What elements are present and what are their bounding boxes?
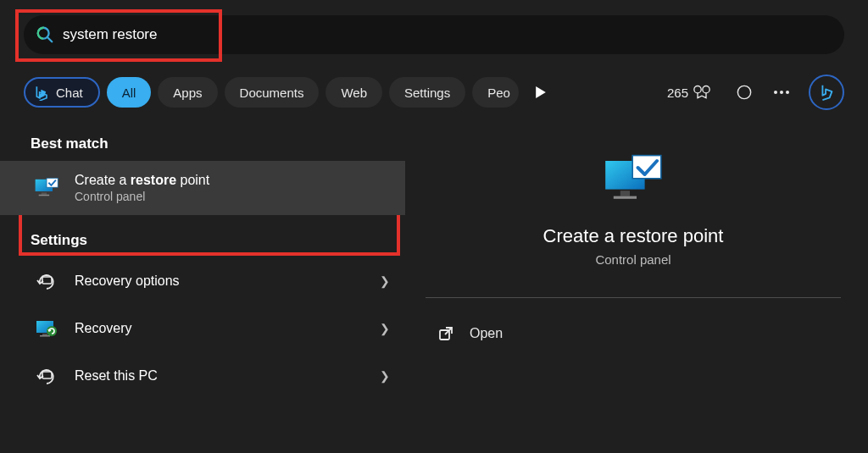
monitor-icon — [32, 174, 61, 202]
best-match-title: Create a restore point — [75, 173, 390, 188]
svg-rect-15 — [42, 277, 52, 284]
open-icon — [437, 325, 454, 342]
svg-point-7 — [774, 91, 777, 94]
tab-settings-label: Settings — [404, 86, 450, 100]
svg-rect-13 — [39, 195, 49, 196]
tab-web[interactable]: Web — [326, 77, 382, 108]
svg-rect-21 — [42, 372, 52, 378]
svg-rect-18 — [42, 334, 47, 335]
svg-point-9 — [786, 91, 789, 94]
tab-documents[interactable]: Documents — [225, 77, 320, 108]
recovery-options-icon — [32, 267, 61, 296]
search-input[interactable] — [63, 26, 844, 43]
more-icon — [773, 90, 790, 95]
chevron-right-icon: ❯ — [380, 274, 390, 288]
svg-line-2 — [47, 37, 52, 41]
settings-item-recovery[interactable]: Recovery ❯ — [0, 305, 405, 352]
tab-apps-label: Apps — [173, 86, 202, 100]
svg-point-6 — [737, 86, 750, 98]
search-icon — [36, 25, 54, 44]
profile-icon — [737, 85, 752, 100]
open-label: Open — [470, 326, 503, 341]
settings-item-label: Recovery options — [75, 273, 380, 289]
svg-rect-14 — [47, 178, 58, 187]
detail-subtitle: Control panel — [595, 252, 670, 267]
tab-settings[interactable]: Settings — [389, 77, 465, 108]
more-button[interactable] — [766, 77, 797, 108]
points-value: 265 — [667, 86, 688, 100]
search-bar[interactable] — [24, 15, 844, 54]
tab-people-label: Peo — [487, 86, 510, 100]
detail-monitor-icon — [603, 154, 664, 208]
tab-people[interactable]: Peo — [472, 77, 519, 108]
svg-point-4 — [694, 86, 701, 93]
chevron-right-icon: ❯ — [380, 369, 390, 383]
rewards-points[interactable]: 265 — [667, 85, 710, 100]
detail-title: Create a restore point — [543, 225, 724, 247]
tab-all-label: All — [122, 86, 136, 100]
scroll-right-button[interactable] — [526, 77, 556, 108]
svg-point-8 — [780, 91, 783, 94]
bing-chat-button[interactable] — [809, 75, 844, 110]
settings-item-label: Recovery — [75, 321, 380, 336]
play-icon — [535, 86, 547, 98]
svg-point-20 — [47, 326, 57, 336]
settings-item-label: Reset this PC — [75, 368, 380, 384]
bing-chat-icon — [34, 84, 51, 101]
tab-documents-label: Documents — [240, 86, 304, 100]
section-settings-label: Settings — [0, 227, 405, 257]
section-best-match-label: Best match — [0, 130, 405, 161]
best-match-subtitle: Control panel — [75, 190, 390, 203]
svg-rect-23 — [620, 191, 630, 196]
svg-line-27 — [445, 328, 452, 334]
profile-button[interactable] — [729, 77, 760, 108]
rewards-icon — [693, 85, 710, 100]
tab-all[interactable]: All — [107, 77, 152, 108]
results-panel: Best match Create a restore point Contro… — [0, 130, 405, 453]
tab-chat[interactable]: Chat — [24, 77, 100, 108]
svg-rect-19 — [40, 335, 50, 337]
bing-icon — [817, 83, 836, 102]
svg-point-5 — [703, 86, 709, 93]
detail-panel: Create a restore point Control panel Ope… — [405, 130, 868, 453]
svg-rect-24 — [614, 196, 637, 199]
open-action[interactable]: Open — [426, 310, 841, 357]
tab-web-label: Web — [341, 86, 367, 100]
tab-apps[interactable]: Apps — [158, 77, 217, 108]
divider — [426, 297, 841, 298]
best-match-result[interactable]: Create a restore point Control panel — [0, 161, 405, 215]
filter-tabs: Chat All Apps Documents Web Settings Peo… — [24, 75, 844, 110]
svg-rect-12 — [42, 192, 47, 194]
reset-pc-icon — [32, 362, 61, 390]
recovery-icon — [32, 314, 61, 343]
settings-item-recovery-options[interactable]: Recovery options ❯ — [0, 257, 405, 305]
settings-item-reset-pc[interactable]: Reset this PC ❯ — [0, 352, 405, 400]
tab-chat-label: Chat — [56, 86, 83, 100]
chevron-right-icon: ❯ — [380, 322, 390, 335]
